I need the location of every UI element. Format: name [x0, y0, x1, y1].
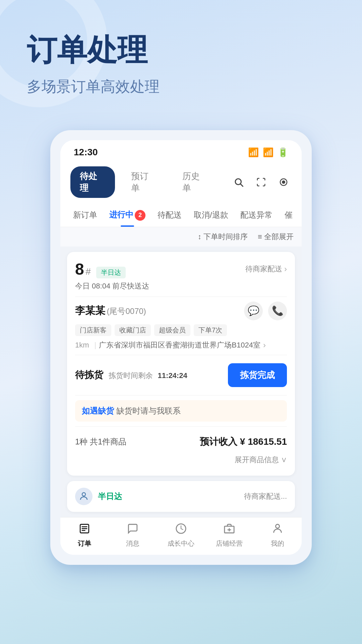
customer-row: 李某某 (尾号0070) 💬 📞: [75, 302, 287, 320]
nav-profile-label: 我的: [271, 539, 284, 548]
picking-timer: 拣货时间剩余 11:24:24: [109, 371, 187, 380]
out-of-stock-link[interactable]: 如遇缺货: [82, 406, 114, 415]
divider-1: [75, 297, 287, 297]
call-button[interactable]: 📞: [268, 302, 287, 320]
summary-row: 1种 共1件商品 预计收入 ¥ 18615.51: [75, 431, 287, 452]
header-section: 订单处理 多场景订单高效处理: [0, 0, 362, 117]
scan-icon[interactable]: [253, 174, 269, 190]
page-subtitle: 多场景订单高效处理: [27, 77, 335, 97]
customer-actions: 💬 📞: [244, 302, 287, 320]
message-button[interactable]: 💬: [244, 302, 263, 320]
picking-complete-button[interactable]: 拣货完成: [228, 363, 287, 387]
order-header: 8 # 半日达 待商家配送: [75, 260, 287, 278]
status-time: 12:30: [74, 147, 98, 158]
nav-growth[interactable]: 成长中心: [157, 523, 205, 548]
customer-id: (尾号0070): [107, 307, 146, 316]
inprogress-badge: 2: [135, 210, 145, 221]
tag-favorite: 收藏门店: [115, 324, 151, 336]
battery-icon: 🔋: [278, 147, 288, 158]
phone-container: 12:30 📶 📶 🔋 待处理 预订单 历史单: [0, 130, 362, 565]
order-list: 8 # 半日达 待商家配送 今日 08:04 前尽快送达: [60, 247, 302, 517]
customer-name: 李某某: [75, 305, 105, 316]
divider-2: [75, 355, 287, 355]
svg-line-1: [241, 184, 243, 186]
bottom-nav: 订单 消息 成长中心: [60, 517, 302, 555]
svg-point-12: [276, 524, 279, 528]
nav-store[interactable]: 店铺经营: [205, 523, 253, 548]
tab-reservation[interactable]: 预订单: [122, 166, 166, 198]
search-icon[interactable]: [231, 174, 246, 190]
order-type-tag: 半日达: [96, 267, 126, 278]
sub-tab-inprogress[interactable]: 进行中2: [103, 203, 152, 227]
orders-icon: [79, 523, 90, 537]
wifi-icon: 📶: [248, 147, 259, 158]
order-number-block: 8 # 半日达: [75, 260, 126, 278]
sub-tabs: 新订单 进行中2 待配送 取消/退款 配送异常 催: [60, 203, 302, 227]
nav-store-label: 店铺经营: [216, 539, 243, 548]
status-icons: 📶 📶 🔋: [248, 147, 288, 158]
picking-row: 待拣货 拣货时间剩余 11:24:24 拣货完成: [75, 360, 287, 390]
partial-status: 待商家配送...: [244, 491, 287, 501]
divider-3: [75, 395, 287, 395]
page-title: 订单处理: [27, 34, 335, 67]
sort-by-time[interactable]: ↕ 下单时间排序: [198, 232, 248, 242]
phone-mockup: 12:30 📶 📶 🔋 待处理 预订单 历史单: [50, 130, 312, 565]
top-tabs: 待处理 预订单 历史单: [60, 161, 302, 203]
order-number-suffix: #: [85, 266, 91, 277]
partial-avatar: [75, 488, 93, 505]
item-count: 1种 共1件商品: [75, 436, 126, 447]
nav-orders-label: 订单: [78, 539, 91, 548]
sub-tab-delivery[interactable]: 待配送: [152, 204, 188, 226]
expand-product-info[interactable]: 展开商品信息 ∨: [75, 452, 287, 468]
customer-address: 1km | 广东省深圳市福田区香蜜湖街道世界广场B1024室: [75, 340, 287, 350]
svg-point-4: [82, 492, 85, 496]
phone-inner: 12:30 📶 📶 🔋 待处理 预订单 历史单: [60, 140, 302, 555]
status-bar: 12:30 📶 📶 🔋: [60, 140, 302, 161]
nav-orders[interactable]: 订单: [60, 523, 109, 548]
nav-growth-label: 成长中心: [168, 539, 194, 548]
address-text: 广东省深圳市福田区香蜜湖街道世界广场B1024室: [99, 340, 260, 350]
sort-bar: ↕ 下单时间排序 ≡ 全部展开: [60, 227, 302, 247]
order-card-2-partial: 半日达 待商家配送...: [67, 481, 295, 512]
tag-vip: 超级会员: [154, 324, 190, 336]
tag-order-count: 下单7次: [194, 324, 227, 336]
picking-time-value: 11:24:24: [158, 371, 187, 380]
sub-tab-exception[interactable]: 配送异常: [234, 204, 279, 226]
growth-icon: [175, 523, 187, 537]
camera-icon[interactable]: [276, 174, 292, 190]
nav-messages[interactable]: 消息: [109, 523, 157, 548]
sub-tab-urge[interactable]: 催: [279, 204, 299, 226]
distance: 1km: [75, 341, 89, 350]
out-of-stock-notice: 如遇缺货 缺货时请与我联系: [75, 400, 287, 422]
sub-tab-new[interactable]: 新订单: [67, 204, 103, 226]
order-number: 8: [75, 260, 84, 278]
chevron-right-icon: [284, 264, 287, 274]
picking-label: 待拣货: [75, 370, 103, 380]
picking-info: 待拣货 拣货时间剩余 11:24:24: [75, 369, 187, 381]
expand-all[interactable]: ≡ 全部展开: [258, 232, 294, 242]
order-time: 今日 08:04 前尽快送达: [75, 281, 287, 291]
nav-messages-label: 消息: [126, 539, 139, 548]
customer-tags: 门店新客 收藏门店 超级会员 下单7次: [75, 324, 287, 336]
signal-icon: 📶: [263, 147, 274, 158]
address-chevron-icon[interactable]: [263, 340, 266, 350]
store-icon: [224, 523, 235, 537]
tab-history[interactable]: 历史单: [173, 166, 218, 198]
nav-profile[interactable]: 我的: [253, 523, 302, 548]
profile-icon: [272, 523, 283, 537]
out-of-stock-text: 缺货时请与我联系: [116, 406, 181, 415]
svg-point-3: [283, 181, 285, 183]
tag-new-customer: 门店新客: [75, 324, 111, 336]
order-card-1: 8 # 半日达 待商家配送 今日 08:04 前尽快送达: [67, 252, 295, 476]
partial-tag: 半日达: [98, 491, 122, 502]
order-status[interactable]: 待商家配送: [245, 264, 287, 274]
messages-icon: [127, 523, 138, 537]
sub-tab-cancel[interactable]: 取消/退款: [188, 204, 234, 226]
estimated-income: 预计收入 ¥ 18615.51: [200, 435, 287, 448]
tab-pending[interactable]: 待处理: [70, 166, 115, 198]
divider-4: [75, 426, 287, 427]
customer-name-block: 李某某 (尾号0070): [75, 304, 146, 318]
